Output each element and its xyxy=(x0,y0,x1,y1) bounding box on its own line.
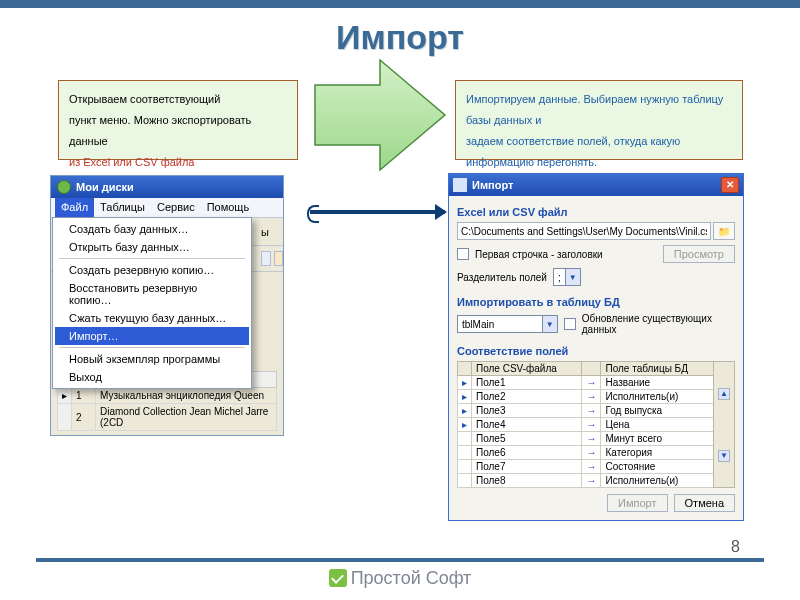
note-right: Импортируем данные. Выбираем нужную табл… xyxy=(455,80,743,160)
note-left: Открываем соответствующий пункт меню. Мо… xyxy=(58,80,298,160)
import-button[interactable]: Импорт xyxy=(607,494,667,512)
update-checkbox[interactable] xyxy=(564,318,576,330)
map-row[interactable]: Поле6→Категория xyxy=(458,446,735,460)
section-mapping: Соответствие полей xyxy=(457,345,735,357)
menu-file[interactable]: Файл xyxy=(55,198,94,217)
import-dialog: Импорт ✕ Excel или CSV файл 📁 Первая стр… xyxy=(448,173,744,521)
map-row[interactable]: ▸Поле2→Исполнитель(и) xyxy=(458,390,735,404)
note-left-line1: Открываем соответствующий xyxy=(69,89,287,110)
left-window-title: Мои диски xyxy=(76,181,134,193)
left-window-titlebar: Мои диски xyxy=(51,176,283,198)
map-row[interactable]: ▸Поле3→Год выпуска xyxy=(458,404,735,418)
menu-item-backup[interactable]: Создать резервную копию… xyxy=(55,261,249,279)
arrow-blue-icon xyxy=(310,210,445,214)
check-icon xyxy=(329,569,347,587)
file-menu-dropdown[interactable]: Создать базу данных… Открыть базу данных… xyxy=(52,217,252,389)
table-combo[interactable]: tblMain▼ xyxy=(457,315,558,333)
table-row[interactable]: 2 Diamond Collection Jean Michel Jarre (… xyxy=(58,404,277,431)
app-icon xyxy=(57,180,71,194)
map-row[interactable]: Поле7→Состояние xyxy=(458,460,735,474)
menu-item-open-db[interactable]: Открыть базу данных… xyxy=(55,238,249,256)
menu-item-exit[interactable]: Выход xyxy=(55,368,249,386)
menu-service[interactable]: Сервис xyxy=(151,198,201,217)
note-left-line2: пункт меню. Можно экспортировать данные xyxy=(69,110,287,152)
map-row[interactable]: Поле8→Исполнитель(и) xyxy=(458,474,735,488)
map-row[interactable]: ▸Поле1→Название xyxy=(458,376,735,390)
menu-item-import[interactable]: Импорт… xyxy=(55,327,249,345)
file-path-input[interactable] xyxy=(457,222,711,240)
close-button[interactable]: ✕ xyxy=(721,177,739,193)
first-row-label: Первая строчка - заголовки xyxy=(475,249,603,260)
menu-item-restore[interactable]: Восстановить резервную копию… xyxy=(55,279,249,309)
menu-item-compact[interactable]: Сжать текущую базу данных… xyxy=(55,309,249,327)
delimiter-combo[interactable]: ;▼ xyxy=(553,268,581,286)
slide-title: Импорт xyxy=(0,18,800,57)
browse-button[interactable]: 📁 xyxy=(713,222,735,240)
footer-logo: Простой Софт xyxy=(0,568,800,589)
slide-top-bar xyxy=(0,0,800,8)
note-right-line1: Импортируем данные. Выбираем нужную табл… xyxy=(466,89,732,131)
scrollbar[interactable]: ▲ ▼ xyxy=(714,362,735,488)
cancel-button[interactable]: Отмена xyxy=(674,494,735,512)
update-label: Обновление существующих данных xyxy=(582,313,735,335)
footer-divider xyxy=(36,558,764,562)
menu-item-new-instance[interactable]: Новый экземпляр программы xyxy=(55,350,249,368)
menu-item-new-db[interactable]: Создать базу данных… xyxy=(55,220,249,238)
toolbar-icon[interactable] xyxy=(261,251,271,266)
chevron-down-icon: ▼ xyxy=(565,269,580,285)
map-row[interactable]: Поле5→Минут всего xyxy=(458,432,735,446)
delimiter-label: Разделитель полей xyxy=(457,272,547,283)
note-right-line2: задаем соответствие полей, откуда какую … xyxy=(466,131,732,173)
mapping-table[interactable]: Поле CSV-файла Поле таблицы БД ▲ ▼ ▸Поле… xyxy=(457,361,735,488)
arrow-green-icon xyxy=(310,55,450,175)
first-row-checkbox[interactable] xyxy=(457,248,469,260)
note-left-line3: из Excel или CSV файла xyxy=(69,152,287,173)
import-dialog-titlebar: Импорт ✕ xyxy=(449,174,743,196)
map-row[interactable]: ▸Поле4→Цена xyxy=(458,418,735,432)
menubar[interactable]: Файл Таблицы Сервис Помощь xyxy=(51,198,283,218)
svg-marker-0 xyxy=(315,60,445,170)
table-row[interactable]: ▸ 1 Музыкальная энциклопедия Queen xyxy=(58,388,277,404)
map-header-db[interactable]: Поле таблицы БД xyxy=(601,362,714,376)
section-table: Импортировать в таблицу БД xyxy=(457,296,735,308)
page-number: 8 xyxy=(731,538,740,556)
menu-help[interactable]: Помощь xyxy=(201,198,256,217)
dialog-icon xyxy=(453,178,467,192)
chevron-down-icon: ▼ xyxy=(542,316,557,332)
dialog-title: Импорт xyxy=(472,179,513,191)
map-header-csv[interactable]: Поле CSV-файла xyxy=(472,362,582,376)
preview-button[interactable]: Просмотр xyxy=(663,245,735,263)
section-file: Excel или CSV файл xyxy=(457,206,735,218)
toolbar-fragment: ы xyxy=(261,226,269,238)
menu-tables[interactable]: Таблицы xyxy=(94,198,151,217)
toolbar-icon[interactable] xyxy=(274,251,284,266)
